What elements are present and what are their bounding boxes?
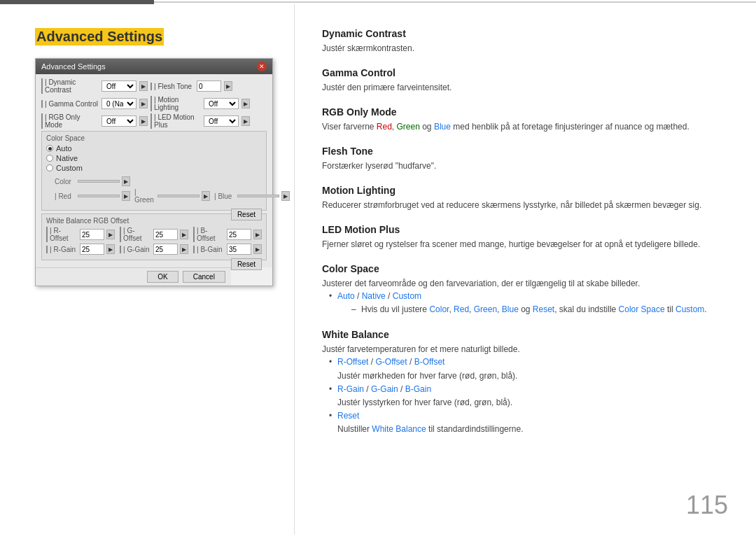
blue-slider-row: | Blue ▶ bbox=[214, 188, 290, 204]
rgb-only-mode-label: | RGB Only Mode bbox=[41, 113, 99, 129]
wb-section: White Balance RGB Offset | R-Offset ▶ | … bbox=[41, 213, 267, 260]
rgb-sliders: | Red ▶ | Green ▶ | Blue ▶ bbox=[55, 188, 262, 205]
red-slider[interactable] bbox=[78, 195, 120, 197]
green-slider[interactable] bbox=[158, 195, 200, 197]
dialog-footer: OK Cancel bbox=[36, 267, 231, 286]
wb-bullet-reset: Reset Nulstiller White Balance til stand… bbox=[329, 409, 728, 436]
gamma-control-body: Justér den primære farveintensitet. bbox=[322, 81, 728, 94]
wb-bullet-gain: R-Gain / G-Gain / B-Gain Justér lysstyrk… bbox=[329, 383, 728, 409]
b-gain-label: | B-Gain bbox=[193, 246, 225, 253]
ok-button[interactable]: OK bbox=[147, 271, 178, 283]
b-offset-link: B-Offset bbox=[414, 357, 445, 367]
g-gain-arrow[interactable]: ▶ bbox=[180, 244, 188, 254]
dialog-body: | Dynamic Contrast Off ▶ | Flesh Tone ▶ … bbox=[36, 74, 272, 267]
radio-auto-dot[interactable] bbox=[46, 145, 53, 152]
rgb-only-mode-select[interactable]: Off bbox=[102, 115, 136, 127]
gamma-control-row: | Gamma Control 0 (Natural) ▶ | Motion L… bbox=[41, 96, 267, 111]
color-space-sub-1: Hvis du vil justere Color, Red, Green, B… bbox=[351, 303, 728, 316]
right-panel: Dynamic Contrast Justér skærmkontrasten.… bbox=[294, 0, 756, 534]
b-gain-link: B-Gain bbox=[405, 384, 431, 394]
r-offset-input[interactable] bbox=[80, 229, 104, 240]
green-arrow[interactable]: ▶ bbox=[202, 191, 210, 201]
rgb-only-mode-section: RGB Only Mode Viser farverne Red, Green … bbox=[322, 106, 728, 133]
led-motion-plus-heading: LED Motion Plus bbox=[322, 224, 728, 235]
green-link: Green bbox=[474, 304, 497, 314]
color-space-content-body: Justerer det farveområde og den farvevar… bbox=[322, 277, 728, 290]
cancel-button[interactable]: Cancel bbox=[183, 271, 225, 283]
b-gain-arrow[interactable]: ▶ bbox=[253, 244, 262, 254]
r-gain-input[interactable] bbox=[80, 244, 104, 255]
led-motion-plus-label: | LED Motion Plus bbox=[150, 113, 201, 129]
motion-lighting-heading: Motion Lighting bbox=[322, 185, 728, 196]
gamma-control-arrow[interactable]: ▶ bbox=[139, 99, 148, 108]
wb-title: White Balance RGB Offset bbox=[46, 217, 262, 225]
led-motion-plus-arrow[interactable]: ▶ bbox=[241, 116, 250, 126]
wb-offset-row: | R-Offset ▶ | G-Offset ▶ | B-Offset ▶ bbox=[46, 227, 262, 242]
flesh-tone-arrow[interactable]: ▶ bbox=[224, 81, 232, 91]
radio-native-label: Native bbox=[56, 154, 78, 162]
color-slider[interactable] bbox=[78, 180, 120, 183]
native-link: Native bbox=[362, 291, 386, 301]
motion-lighting-select[interactable]: Off bbox=[204, 98, 239, 109]
radio-custom-label: Custom bbox=[56, 164, 83, 172]
dialog-close-button[interactable]: ✕ bbox=[257, 62, 267, 71]
radio-custom-row: Custom bbox=[46, 164, 262, 172]
dynamic-contrast-arrow[interactable]: ▶ bbox=[139, 81, 148, 91]
red-arrow[interactable]: ▶ bbox=[122, 191, 130, 201]
r-offset-arrow[interactable]: ▶ bbox=[106, 230, 115, 239]
color-link: Color bbox=[429, 304, 449, 314]
gamma-control-label: | Gamma Control bbox=[41, 100, 99, 108]
gamma-control-select[interactable]: 0 (Natural) bbox=[102, 98, 136, 109]
flesh-tone-input[interactable] bbox=[197, 80, 221, 92]
g-offset-arrow[interactable]: ▶ bbox=[180, 230, 188, 239]
dialog-titlebar: Advanced Settings ✕ bbox=[36, 59, 272, 74]
rgb-red-link: Red bbox=[377, 122, 392, 132]
dynamic-contrast-row: | Dynamic Contrast Off ▶ | Flesh Tone ▶ bbox=[41, 78, 267, 94]
g-offset-label: | G-Offset bbox=[120, 227, 151, 242]
r-gain-arrow[interactable]: ▶ bbox=[106, 244, 115, 254]
auto-link: Auto bbox=[337, 291, 355, 301]
led-motion-plus-select[interactable]: Off bbox=[204, 115, 239, 127]
motion-lighting-arrow[interactable]: ▶ bbox=[241, 99, 250, 108]
color-label: Color bbox=[55, 178, 76, 185]
flesh-tone-heading: Flesh Tone bbox=[322, 146, 728, 157]
dynamic-contrast-label: | Dynamic Contrast bbox=[41, 78, 99, 94]
color-arrow[interactable]: ▶ bbox=[122, 176, 130, 186]
rgb-only-mode-body: Viser farverne Red, Green og Blue med he… bbox=[322, 120, 728, 133]
g-gain-link: G-Gain bbox=[371, 384, 398, 394]
b-gain-input[interactable] bbox=[227, 244, 251, 255]
rgb-blue-link: Blue bbox=[434, 122, 451, 132]
colorspace-link: Color Space bbox=[619, 304, 665, 314]
r-offset-link: R-Offset bbox=[337, 357, 368, 367]
rgb-only-mode-row: | RGB Only Mode Off ▶ | LED Motion Plus … bbox=[41, 113, 267, 129]
radio-custom-dot[interactable] bbox=[46, 164, 53, 171]
radio-native-dot[interactable] bbox=[46, 155, 53, 162]
radio-auto-row: Auto bbox=[46, 144, 262, 153]
color-space-bullet-list: Auto / Native / Custom Hvis du vil juste… bbox=[322, 290, 728, 316]
blue-arrow[interactable]: ▶ bbox=[281, 191, 290, 201]
b-offset-label: | B-Offset bbox=[193, 227, 225, 242]
led-motion-plus-section: LED Motion Plus Fjerner sløret og rystel… bbox=[322, 224, 728, 251]
g-offset-input[interactable] bbox=[153, 229, 178, 240]
color-space-sub-list: Hvis du vil justere Color, Red, Green, B… bbox=[337, 303, 728, 316]
blue-slider[interactable] bbox=[237, 195, 279, 197]
g-gain-input[interactable] bbox=[153, 244, 178, 255]
white-balance-heading: White Balance bbox=[322, 329, 728, 340]
b-offset-input[interactable] bbox=[227, 229, 251, 240]
color-reset-button[interactable]: Reset bbox=[231, 209, 262, 220]
color-space-section: Color Space Auto Native Custom Color bbox=[41, 131, 267, 211]
wb-gain-row: | R-Gain ▶ | G-Gain ▶ | B-Gain ▶ bbox=[46, 244, 262, 255]
dynamic-contrast-select[interactable]: Off bbox=[102, 80, 136, 92]
dynamic-contrast-section: Dynamic Contrast Justér skærmkontrasten. bbox=[322, 28, 728, 55]
white-balance-bullet-list: R-Offset / G-Offset / B-Offset Justér mø… bbox=[322, 356, 728, 436]
white-balance-body: Justér farvetemperaturen for et mere nat… bbox=[322, 343, 728, 356]
rgb-only-mode-heading: RGB Only Mode bbox=[322, 106, 728, 118]
motion-lighting-section: Motion Lighting Reducerer strømforbruget… bbox=[322, 185, 728, 211]
rgb-green-link: Green bbox=[397, 122, 420, 132]
wb-reset-button[interactable]: Reset bbox=[231, 258, 262, 270]
section-title: Advanced Settings bbox=[35, 28, 164, 45]
wb-reset-link: Reset bbox=[337, 411, 359, 421]
radio-auto-label: Auto bbox=[56, 144, 72, 153]
b-offset-arrow[interactable]: ▶ bbox=[253, 230, 262, 239]
rgb-only-mode-arrow[interactable]: ▶ bbox=[139, 116, 148, 126]
